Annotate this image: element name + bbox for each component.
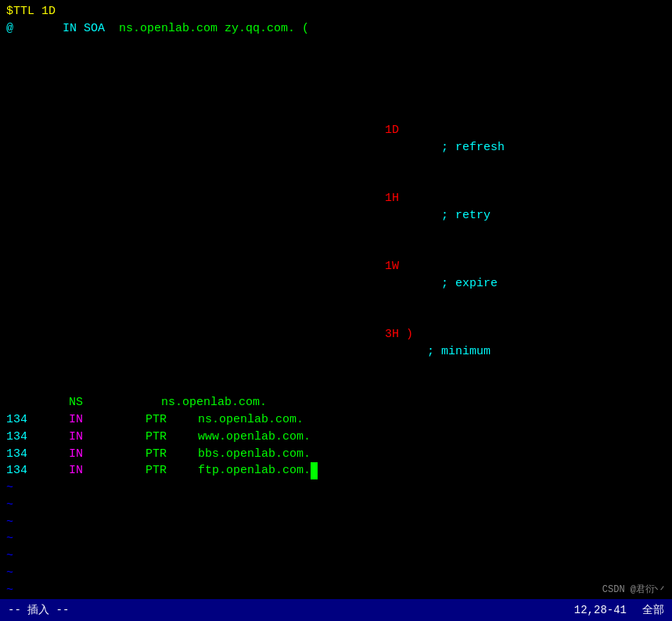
line-retry: 1H ; retry: [0, 174, 672, 242]
tilde-line-7: ~: [0, 582, 672, 599]
cursor: [311, 462, 318, 479]
status-right: 12,28-41 全部: [574, 603, 664, 617]
status-bar: -- 插入 -- 12,28-41 全部: [0, 599, 672, 621]
line-ptr2: 134 IN PTR www.openlab.com.: [0, 429, 672, 446]
tilde-line-5: ~: [0, 547, 672, 565]
line-expire: 1W ; expire: [0, 242, 672, 310]
line-serial: 0 ; serial: [0, 38, 672, 106]
line-minimum: 3H ) ; minimum: [0, 310, 672, 378]
cursor-position: 12,28-41: [574, 604, 627, 616]
line-ptr3: 134 IN PTR bbs.openlab.com.: [0, 446, 672, 463]
watermark: CSDN @君衍丷: [602, 583, 664, 596]
tilde-line-1: ~: [0, 479, 672, 497]
insert-mode-label: -- 插入 --: [8, 603, 69, 617]
status-left: -- 插入 --: [8, 603, 69, 617]
editor-container: $TTL 1D @ IN SOA ns.openlab.com zy.qq.co…: [0, 0, 672, 621]
line-ns: NS ns.openlab.com.: [0, 394, 672, 411]
line-soa: @ IN SOA ns.openlab.com zy.qq.com. (: [0, 20, 672, 38]
tilde-line-3: ~: [0, 514, 672, 531]
line-refresh: 1D ; refresh: [0, 106, 672, 174]
line-ptr4: 134 IN PTR ftp.openlab.com.: [0, 462, 672, 479]
line-ttl: $TTL 1D: [0, 3, 672, 20]
tilde-line-4: ~: [0, 530, 672, 547]
tilde-line-6: ~: [0, 565, 672, 582]
scroll-position: 全部: [642, 603, 664, 617]
line-blank: [0, 378, 672, 395]
tilde-line-2: ~: [0, 497, 672, 514]
line-ptr1: 134 IN PTR ns.openlab.com.: [0, 411, 672, 429]
